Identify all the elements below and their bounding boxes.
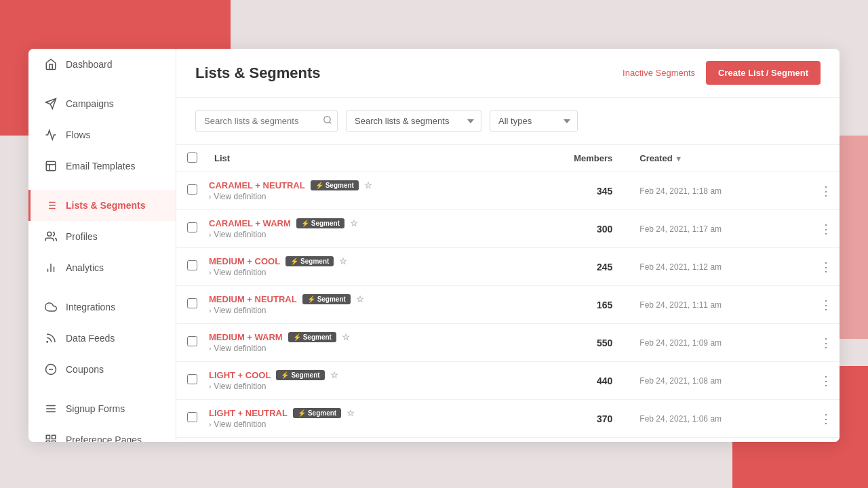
table-row: MEDIUM + NEUTRAL ⚡ Segment ☆ › View defi…	[176, 286, 840, 324]
row-checkbox-2[interactable]	[187, 260, 197, 270]
svg-point-15	[47, 342, 48, 343]
more-actions-button[interactable]: ⋮	[814, 295, 837, 315]
profile-icon	[44, 230, 58, 243]
star-icon[interactable]: ☆	[347, 408, 355, 418]
sidebar-label-email-templates: Email Templates	[66, 161, 135, 171]
create-list-segment-button[interactable]: Create List / Segment	[706, 61, 821, 85]
lightning-icon: ⚡	[307, 296, 315, 303]
sidebar-item-email-templates[interactable]: Email Templates	[28, 150, 176, 182]
row-actions-cell: ⋮	[812, 286, 840, 324]
star-icon[interactable]: ☆	[350, 218, 358, 228]
lightning-icon: ⚡	[298, 409, 306, 417]
list-column-header: List	[203, 145, 512, 172]
sidebar-item-analytics[interactable]: Analytics	[28, 252, 176, 283]
view-definition-link[interactable]: › View definition	[209, 420, 507, 429]
paper-plane-icon	[44, 97, 58, 110]
preference-icon	[44, 433, 58, 442]
more-actions-button[interactable]: ⋮	[814, 219, 837, 239]
star-icon[interactable]: ☆	[364, 180, 372, 190]
sidebar-item-integrations[interactable]: Integrations	[28, 291, 176, 323]
view-definition-label: View definition	[214, 268, 266, 277]
table-container: List Members Created ▼ CARAMEL +	[176, 145, 840, 442]
list-name-text: LIGHT + COOL	[209, 370, 271, 380]
sidebar-item-profiles[interactable]: Profiles	[28, 221, 176, 252]
sidebar-item-coupons[interactable]: Coupons	[28, 354, 176, 385]
created-date: Feb 24, 2021, 1:11 am	[629, 286, 812, 324]
search-input[interactable]	[195, 110, 338, 132]
star-icon[interactable]: ☆	[339, 256, 347, 266]
sidebar-item-preference-pages[interactable]: Preference Pages	[28, 424, 176, 442]
type-filter-dropdown[interactable]: All types	[490, 110, 578, 132]
page-header: Lists & Segments Inactive Segments Creat…	[176, 49, 840, 98]
row-checkbox-0[interactable]	[187, 184, 197, 195]
template-icon	[44, 159, 58, 173]
members-count: 440	[512, 362, 629, 400]
more-actions-button[interactable]: ⋮	[814, 257, 837, 277]
view-definition-link[interactable]: › View definition	[209, 230, 507, 239]
more-actions-button[interactable]: ⋮	[814, 371, 837, 391]
list-name-text: LIGHT + NEUTRAL	[209, 408, 288, 418]
row-checkbox-5[interactable]	[187, 374, 197, 384]
view-definition-link[interactable]: › View definition	[209, 192, 507, 201]
lightning-icon: ⚡	[293, 333, 301, 341]
table-body: CARAMEL + NEUTRAL ⚡ Segment ☆ › View def…	[176, 172, 840, 438]
created-date: Feb 24, 2021, 1:06 am	[629, 400, 812, 438]
more-actions-button[interactable]: ⋮	[814, 409, 837, 429]
view-definition-label: View definition	[214, 382, 266, 391]
analytics-icon	[44, 261, 58, 274]
table-row: LIGHT + COOL ⚡ Segment ☆ › View definiti…	[176, 362, 840, 400]
view-definition-label: View definition	[214, 344, 266, 353]
svg-rect-24	[46, 441, 50, 443]
svg-rect-23	[52, 441, 56, 443]
list-name: MEDIUM + NEUTRAL ⚡ Segment ☆	[209, 294, 507, 304]
list-name-cell: MEDIUM + COOL ⚡ Segment ☆ › View definit…	[203, 248, 512, 286]
row-checkbox-4[interactable]	[187, 336, 197, 346]
row-checkbox-3[interactable]	[187, 298, 197, 308]
list-name-cell: CARAMEL + NEUTRAL ⚡ Segment ☆ › View def…	[203, 172, 512, 210]
svg-point-25	[324, 117, 330, 123]
sidebar-item-dashboard[interactable]: Dashboard	[28, 49, 176, 80]
list-name-text: CARAMEL + NEUTRAL	[209, 180, 305, 190]
created-column-header[interactable]: Created ▼	[629, 145, 812, 172]
view-definition-link[interactable]: › View definition	[209, 306, 507, 315]
view-definition-link[interactable]: › View definition	[209, 268, 507, 277]
signup-icon	[44, 402, 58, 415]
members-count: 345	[512, 172, 629, 210]
search-button[interactable]	[323, 115, 332, 127]
view-definition-label: View definition	[214, 306, 266, 315]
row-checkbox-1[interactable]	[187, 222, 197, 232]
members-count: 370	[512, 400, 629, 438]
members-column-header: Members	[512, 145, 629, 172]
more-actions-button[interactable]: ⋮	[814, 181, 837, 201]
row-checkbox-cell	[176, 210, 203, 248]
list-name-cell: MEDIUM + WARM ⚡ Segment ☆ › View definit…	[203, 324, 512, 362]
chevron-right-icon: ›	[209, 383, 211, 390]
svg-rect-21	[46, 435, 50, 439]
view-definition-link[interactable]: › View definition	[209, 382, 507, 391]
table-row: MEDIUM + COOL ⚡ Segment ☆ › View definit…	[176, 248, 840, 286]
segment-badge: ⚡ Segment	[296, 218, 344, 228]
segment-badge: ⚡ Segment	[311, 180, 359, 190]
row-checkbox-6[interactable]	[187, 412, 197, 422]
table-row: LIGHT + NEUTRAL ⚡ Segment ☆ › View defin…	[176, 400, 840, 438]
inactive-segments-link[interactable]: Inactive Segments	[623, 68, 695, 78]
select-all-checkbox[interactable]	[187, 152, 197, 163]
sidebar-item-lists-segments[interactable]: Lists & Segments	[28, 190, 176, 221]
star-icon[interactable]: ☆	[342, 332, 350, 342]
view-definition-link[interactable]: › View definition	[209, 344, 507, 353]
star-icon[interactable]: ☆	[356, 294, 364, 304]
segment-badge: ⚡ Segment	[293, 408, 341, 418]
sidebar-item-flows[interactable]: Flows	[28, 119, 176, 150]
sidebar-item-signup-forms[interactable]: Signup Forms	[28, 393, 176, 424]
sidebar-label-flows: Flows	[66, 129, 91, 140]
list-segment-dropdown[interactable]: Search lists & segments	[346, 110, 481, 132]
star-icon[interactable]: ☆	[330, 370, 338, 380]
list-name-text: MEDIUM + WARM	[209, 332, 283, 342]
segment-badge: ⚡ Segment	[302, 294, 351, 304]
members-count: 300	[512, 210, 629, 248]
lightning-icon: ⚡	[290, 258, 298, 265]
more-actions-button[interactable]: ⋮	[814, 333, 837, 353]
sidebar-item-data-feeds[interactable]: Data Feeds	[28, 323, 176, 354]
sidebar-item-campaigns[interactable]: Campaigns	[28, 88, 176, 119]
lightning-icon: ⚡	[301, 220, 309, 227]
